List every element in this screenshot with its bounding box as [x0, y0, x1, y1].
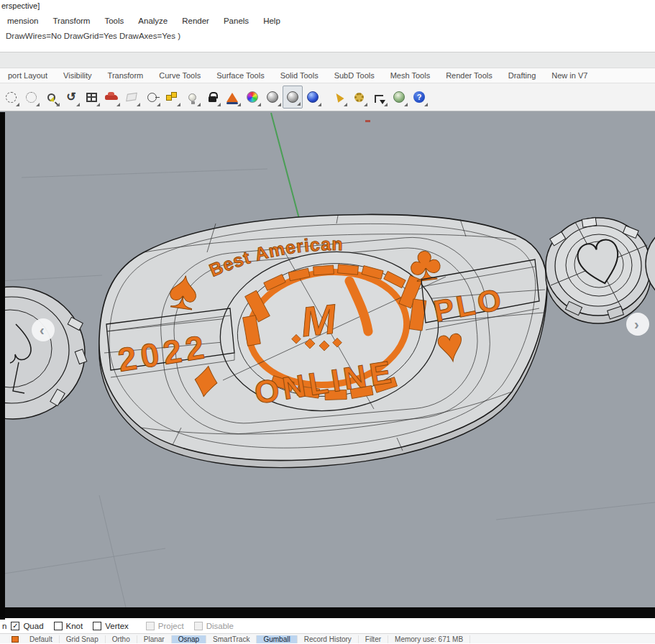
- shaded-mode-icon[interactable]: [222, 86, 242, 109]
- menu-dimension[interactable]: mension: [0, 14, 45, 27]
- status-grid-snap[interactable]: Grid Snap: [60, 635, 106, 643]
- named-view-icon[interactable]: [101, 86, 122, 109]
- grid-line: [496, 502, 655, 520]
- tab-render-tools[interactable]: Render Tools: [438, 70, 500, 81]
- viewport-layout-icon[interactable]: [81, 86, 101, 109]
- prev-button[interactable]: ‹: [32, 318, 55, 341]
- tab-mesh-tools[interactable]: Mesh Tools: [383, 70, 438, 81]
- toolbar-tab-strip: port Layout Visibility Transform Curve T…: [0, 68, 655, 83]
- axis-marker: [365, 120, 370, 122]
- command-line[interactable]: DrawWires=No DrawGrid=Yes DrawAxes=Yes ): [0, 30, 655, 45]
- osnap-project[interactable]: Project: [146, 622, 184, 630]
- status-layer[interactable]: Default: [23, 635, 60, 643]
- status-memory: Memory use: 671 MB: [388, 635, 470, 643]
- chip-monogram: M: [298, 295, 339, 345]
- quad-checkbox[interactable]: ✓: [11, 622, 19, 630]
- osnap-disable[interactable]: Disable: [194, 622, 234, 630]
- club-suit: ♣: [406, 234, 444, 292]
- vertex-checkbox[interactable]: [93, 622, 101, 630]
- lasso-select-icon[interactable]: [1, 86, 21, 109]
- osnap-knot[interactable]: Knot: [54, 622, 83, 630]
- tab-viewport-layout[interactable]: port Layout: [0, 70, 55, 81]
- tab-new-in-v7[interactable]: New in V7: [544, 70, 595, 81]
- menu-help[interactable]: Help: [256, 14, 288, 27]
- tab-transform[interactable]: Transform: [100, 70, 152, 81]
- command-gap: [0, 52, 655, 68]
- disable-checkbox[interactable]: [194, 622, 203, 630]
- grid-line: [0, 548, 165, 574]
- menu-transform[interactable]: Transform: [45, 14, 97, 27]
- right-chip[interactable]: [546, 218, 651, 323]
- menu-tools[interactable]: Tools: [97, 14, 131, 27]
- raytraced-mode-icon[interactable]: [283, 86, 303, 109]
- zoom-window-icon[interactable]: [21, 86, 41, 109]
- color-wheel-icon[interactable]: [242, 86, 262, 109]
- copy-icon[interactable]: [162, 86, 182, 109]
- rendered-mode-icon[interactable]: [262, 86, 283, 109]
- zoom-dynamic-icon[interactable]: [41, 86, 61, 109]
- undo-view-icon[interactable]: ↺: [61, 86, 81, 109]
- perspective-viewport[interactable]: Best American ♠ ♣ ♥ ♦ 2022 PLO M: [0, 111, 655, 607]
- menu-analyze[interactable]: Analyze: [131, 14, 175, 27]
- menu-render[interactable]: Render: [175, 14, 216, 27]
- options-gears-icon[interactable]: [349, 86, 369, 109]
- letterbox-band: [0, 607, 655, 618]
- tab-solid-tools[interactable]: Solid Tools: [272, 70, 326, 81]
- tab-visibility[interactable]: Visibility: [55, 70, 100, 81]
- hidden-objects-icon[interactable]: [122, 86, 142, 109]
- viewport-title: erspective]: [0, 0, 655, 12]
- tab-drafting[interactable]: Drafting: [500, 70, 544, 81]
- chevron-right-icon: ›: [634, 316, 639, 332]
- status-osnap[interactable]: Osnap: [172, 635, 206, 643]
- project-checkbox[interactable]: [146, 622, 155, 630]
- left-chip[interactable]: [0, 287, 87, 419]
- tab-subd-tools[interactable]: SubD Tools: [326, 70, 383, 81]
- osnap-partial-label: n: [2, 622, 6, 630]
- status-bar: Default Grid Snap Ortho Planar Osnap Sma…: [0, 633, 655, 643]
- layer-color-swatch[interactable]: [12, 636, 19, 643]
- grid-line: [22, 169, 267, 178]
- grid-line: [0, 275, 102, 281]
- help-icon[interactable]: ?: [409, 86, 429, 109]
- status-gumball[interactable]: Gumball: [257, 635, 297, 643]
- cplane-icon[interactable]: [369, 86, 389, 109]
- rotate-view-icon[interactable]: [142, 86, 162, 109]
- web-globe-icon[interactable]: [389, 86, 409, 109]
- status-ortho[interactable]: Ortho: [106, 635, 137, 643]
- render-icon[interactable]: [303, 86, 323, 109]
- chevron-left-icon: ‹: [40, 322, 45, 338]
- knot-checkbox[interactable]: [54, 622, 63, 630]
- grid-line: [99, 495, 126, 607]
- lock-icon[interactable]: [202, 86, 222, 109]
- osnap-bar: n ✓ Quad Knot Vertex Project Disable: [0, 618, 655, 633]
- status-filter[interactable]: Filter: [359, 635, 388, 643]
- pointer-cone-icon[interactable]: [329, 86, 349, 109]
- viewport-canvas: Best American ♠ ♣ ♥ ♦ 2022 PLO M: [0, 111, 655, 607]
- tab-curve-tools[interactable]: Curve Tools: [151, 70, 209, 81]
- status-smarttrack[interactable]: SmartTrack: [206, 635, 257, 643]
- tab-surface-tools[interactable]: Surface Tools: [209, 70, 272, 81]
- next-button[interactable]: ›: [626, 313, 649, 336]
- command-history-pad: [0, 45, 655, 52]
- rhino-window: erspective] mension Transform Tools Anal…: [0, 0, 655, 644]
- status-record-history[interactable]: Record History: [298, 635, 359, 643]
- left-edge-band: [0, 112, 5, 620]
- lightbulb-icon[interactable]: [182, 86, 202, 109]
- menu-panels[interactable]: Panels: [216, 14, 256, 27]
- osnap-vertex[interactable]: Vertex: [93, 622, 129, 630]
- menu-bar: mension Transform Tools Analyze Render P…: [0, 12, 655, 30]
- y-axis-line: [271, 113, 299, 218]
- status-planar[interactable]: Planar: [137, 635, 172, 643]
- main-toolbar: ↺ ?: [0, 83, 655, 111]
- osnap-quad[interactable]: ✓ Quad: [11, 622, 43, 630]
